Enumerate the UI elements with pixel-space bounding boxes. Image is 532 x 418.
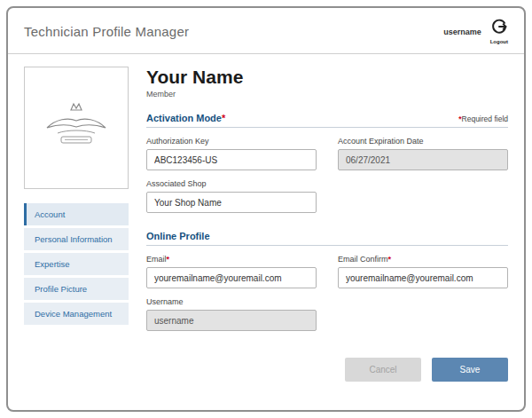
account-expiration-label: Account Expiration Date xyxy=(338,137,508,146)
online-profile-title: Online Profile xyxy=(146,231,210,241)
authorization-key-field: Authorization Key xyxy=(146,137,317,170)
header-username: username xyxy=(443,28,481,36)
save-button[interactable]: Save xyxy=(432,358,508,382)
required-asterisk: * xyxy=(167,255,170,264)
associated-shop-input[interactable] xyxy=(146,192,317,213)
logout-icon xyxy=(491,19,507,38)
sidebar-item-profile-picture[interactable]: Profile Picture xyxy=(24,278,129,300)
sidebar-item-device-management[interactable]: Device Management xyxy=(24,303,129,325)
sidebar-item-account[interactable]: Account xyxy=(24,203,129,225)
member-role-label: Member xyxy=(146,90,508,99)
required-asterisk: * xyxy=(222,113,225,123)
username-label: Username xyxy=(146,297,317,306)
spacer-field xyxy=(338,179,508,213)
email-label: Email* xyxy=(146,255,317,264)
page-title: Your Name xyxy=(146,67,508,88)
sidebar-item-expertise[interactable]: Expertise xyxy=(24,253,129,275)
email-input[interactable] xyxy=(146,267,317,288)
email-confirm-input[interactable] xyxy=(338,267,508,288)
account-expiration-input xyxy=(338,149,508,170)
cancel-button[interactable]: Cancel xyxy=(345,358,421,382)
account-expiration-field: Account Expiration Date xyxy=(338,137,508,170)
brand-logo xyxy=(42,98,111,158)
activation-mode-section-header: Activation Mode* *Required field xyxy=(146,113,508,128)
associated-shop-label: Associated Shop xyxy=(146,179,317,188)
email-field: Email* xyxy=(146,255,317,288)
left-column: Account Personal Information Expertise P… xyxy=(24,67,129,394)
sidebar-nav: Account Personal Information Expertise P… xyxy=(24,203,129,325)
app-header: Technician Profile Manager username Logo… xyxy=(8,8,524,54)
authorization-key-input[interactable] xyxy=(146,149,317,170)
activation-row-1: Authorization Key Account Expiration Dat… xyxy=(146,137,508,170)
profile-photo-box xyxy=(24,67,129,189)
required-field-note: *Required field xyxy=(458,114,508,123)
email-confirm-field: Email Confirm* xyxy=(338,255,508,288)
app-window: Technician Profile Manager username Logo… xyxy=(6,6,526,412)
main-panel: Your Name Member Activation Mode* *Requi… xyxy=(146,67,508,394)
required-asterisk: * xyxy=(388,255,392,264)
sidebar-item-personal-information[interactable]: Personal Information xyxy=(24,228,129,250)
spacer-field xyxy=(338,297,508,331)
content-area: Account Personal Information Expertise P… xyxy=(8,54,524,394)
logout-label: Logout xyxy=(490,39,508,44)
email-confirm-label: Email Confirm* xyxy=(338,255,508,264)
app-title: Technician Profile Manager xyxy=(24,24,189,39)
associated-shop-field: Associated Shop xyxy=(146,179,317,213)
username-field: Username xyxy=(146,297,317,331)
user-area: username Logout xyxy=(443,19,508,44)
authorization-key-label: Authorization Key xyxy=(146,137,317,146)
online-profile-section-header: Online Profile xyxy=(146,231,508,246)
online-profile-row-1: Email* Email Confirm* xyxy=(146,255,508,288)
username-input xyxy=(146,310,317,331)
online-profile-row-2: Username xyxy=(146,297,508,331)
activation-mode-title: Activation Mode* xyxy=(146,113,225,123)
action-buttons: Cancel Save xyxy=(146,358,508,394)
activation-row-2: Associated Shop xyxy=(146,179,508,213)
logout-button[interactable]: Logout xyxy=(490,19,508,44)
